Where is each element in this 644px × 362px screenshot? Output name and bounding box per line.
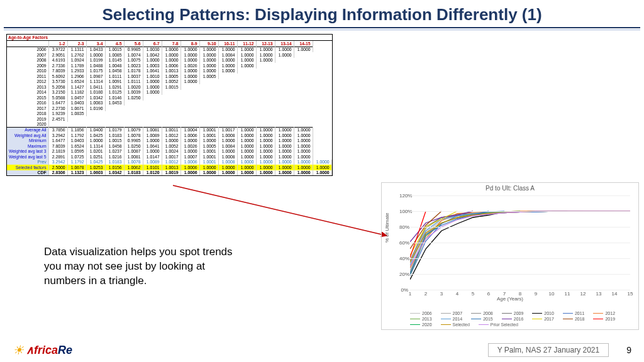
table-row: 20084.61931.09241.01991.01451.00751.0000… <box>7 58 331 63</box>
summary-row: Weighted avg last 32.18191.05951.02011.0… <box>7 149 331 154</box>
legend-item: 2009 <box>502 311 524 315</box>
chart-ylabel: % of Ultimate <box>384 212 390 243</box>
legend-item: 2006 <box>410 311 432 315</box>
table-row: 20063.97221.13111.04331.00150.99851.0030… <box>7 47 331 52</box>
col-header: 7-8 <box>162 41 180 47</box>
footer: ☀ ∧fricaRe Y Palm, NAS 27 January 2021 9 <box>0 342 644 358</box>
summary-row: Selected factors2.50001.06781.02531.0156… <box>7 165 331 170</box>
table-row: 20181.92391.0835 <box>7 111 331 116</box>
slide-title: Selecting Patterns: Displaying Informati… <box>0 0 644 27</box>
col-header: 14-15 <box>294 41 313 47</box>
legend-item: 2011 <box>563 311 585 315</box>
col-header: 3-4 <box>86 41 105 47</box>
title-rule <box>4 27 640 28</box>
table-row: 20072.90511.27621.00001.00851.00741.0042… <box>7 52 331 57</box>
summary-row: Maximum7.80391.65241.13141.04581.02501.0… <box>7 143 331 148</box>
triangle-table: Age-to-Age Factors 1-22-33-44-55-66-77-8… <box>6 34 333 176</box>
logo: ☀ ∧fricaRe <box>13 343 72 358</box>
arrow-annotation <box>170 182 396 245</box>
chart-pd-to-ult: Pd to Ult: Class A % of Ultimate 0%20%40… <box>381 182 639 330</box>
col-header: 1-2 <box>48 41 67 47</box>
table-row: 20107.80391.29331.01751.04581.01781.0641… <box>7 69 331 74</box>
chart-legend: 2006200720082009201020112012201320142015… <box>410 311 632 327</box>
col-header: 11-12 <box>237 41 256 47</box>
series-line <box>410 211 536 268</box>
sun-icon: ☀ <box>13 343 24 358</box>
summary-row: Weighted avg All3.29421.17921.04251.0183… <box>7 133 331 138</box>
page-number: 9 <box>626 345 631 355</box>
legend-item: 2013 <box>410 317 432 321</box>
col-header: 4-5 <box>105 41 124 47</box>
table-row: 20135.20581.14271.04111.02911.00201.0000… <box>7 84 331 89</box>
col-header: 9-10 <box>199 41 218 47</box>
svg-line-0 <box>173 185 387 236</box>
col-header: 10-11 <box>218 41 237 47</box>
summary-row: CDF2.83061.13231.06031.03421.01831.01201… <box>7 170 331 175</box>
table-row: 20161.64771.04031.00831.0453 <box>7 101 331 106</box>
body-text: Data visualization helps you spot trends… <box>44 245 233 288</box>
col-header: 5-6 <box>124 41 143 47</box>
legend-item: Selected <box>441 322 470 327</box>
series-line <box>410 211 567 280</box>
summary-row: Minimum1.64771.04031.00001.00150.99851.0… <box>7 138 331 143</box>
chart-title: Pd to Ult: Class A <box>382 183 638 192</box>
table-row: 20092.73361.17891.04881.00481.00231.0003… <box>7 63 331 68</box>
summary-row: Prev3.29421.17921.04251.01831.00781.0089… <box>7 160 331 165</box>
col-header: 12-13 <box>256 41 275 47</box>
table-caption: Age-to-Age Factors <box>7 35 332 41</box>
table-row: 20172.27301.06711.0190 <box>7 106 331 111</box>
legend-item: 2019 <box>593 317 615 321</box>
footer-caption: Y Palm, NAS 27 January 2021 <box>488 343 609 357</box>
table-row: 2020 <box>7 122 331 128</box>
legend-item: Prior Selected <box>479 322 518 327</box>
series-line <box>410 211 583 261</box>
logo-text-a: ∧frica <box>26 344 58 356</box>
summary-row: Average All3.78561.18561.04001.01791.007… <box>7 127 331 133</box>
col-header: 8-9 <box>180 41 199 47</box>
col-header: 6-7 <box>143 41 162 47</box>
legend-item: 2007 <box>441 311 463 315</box>
legend-item: 2008 <box>471 311 493 315</box>
table-row: 20115.60921.29061.09871.01111.00371.0010… <box>7 74 331 79</box>
legend-item: 2015 <box>471 317 493 321</box>
legend-item: 2012 <box>593 311 615 315</box>
summary-row: Weighted avg last 52.28911.07251.02511.0… <box>7 154 331 159</box>
legend-item: 2014 <box>441 317 463 321</box>
title-subrule <box>4 30 640 30</box>
legend-item: 2010 <box>532 311 554 315</box>
col-header: 13-14 <box>275 41 294 47</box>
col-header: 2-3 <box>67 41 86 47</box>
table-row: 20143.21501.11821.01801.01251.00391.0000 <box>7 90 331 95</box>
legend-item: 2017 <box>532 317 554 321</box>
table-row: 20123.57301.65241.13141.00911.01111.0000… <box>7 79 331 84</box>
legend-item: 2020 <box>410 322 432 327</box>
chart-xlabel: Age (Years) <box>382 296 638 302</box>
series-line <box>410 211 614 263</box>
legend-item: 2018 <box>563 317 585 321</box>
legend-item: 2016 <box>502 317 524 321</box>
table-row: 20192.4571 <box>7 116 331 121</box>
logo-text-b: Re <box>58 344 72 356</box>
table-row: 20155.05881.04571.03421.01461.0250 <box>7 95 331 100</box>
